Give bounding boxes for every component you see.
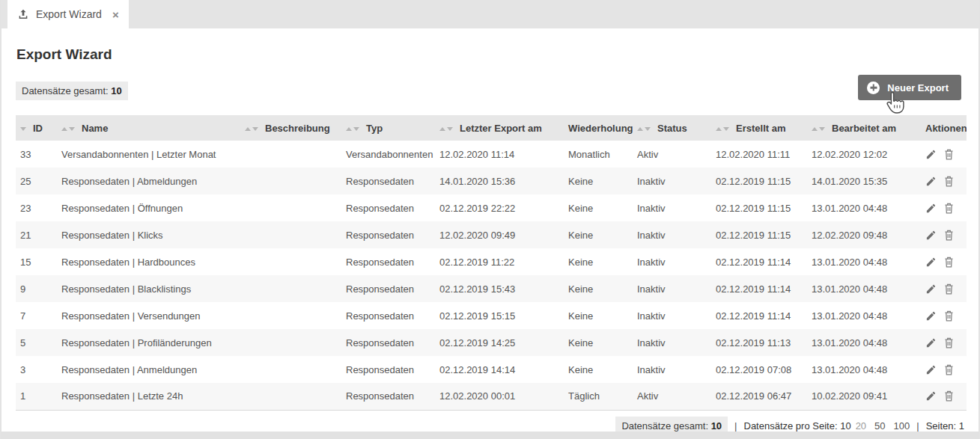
cell-erstellt_am: 02.12.2019 11:14	[711, 275, 807, 302]
table-row: 25Responsedaten | AbmeldungenResponsedat…	[16, 168, 967, 194]
page-size-option-50[interactable]: 50	[874, 420, 885, 432]
column-header-erstellt_am[interactable]: Erstellt am	[711, 115, 807, 141]
column-header-typ[interactable]: Typ	[341, 115, 435, 141]
pencil-icon[interactable]	[925, 203, 937, 214]
column-header-bearbeitet_am[interactable]: Bearbeitet am	[807, 115, 921, 141]
cell-letzter_export_am: 02.12.2019 15:15	[435, 302, 564, 329]
cell-status: Inaktiv	[633, 221, 711, 248]
table-row: 1Responsedaten | Letzte 24hResponsedaten…	[16, 383, 967, 410]
cell-letzter_export_am: 12.02.2020 11:14	[435, 141, 564, 168]
pencil-icon[interactable]	[925, 149, 937, 160]
pencil-icon[interactable]	[925, 230, 937, 241]
column-header-label: Typ	[366, 123, 383, 134]
sort-arrows-icon	[245, 127, 258, 131]
new-export-button[interactable]: Neuer Export	[858, 75, 961, 100]
cell-erstellt_am: 02.12.2019 11:15	[711, 168, 807, 194]
sort-arrows-icon	[812, 127, 825, 131]
pencil-icon[interactable]	[925, 390, 937, 402]
cell-erstellt_am: 02.12.2019 11:15	[711, 221, 807, 248]
cell-letzter_export_am: 02.12.2019 14:14	[435, 356, 564, 383]
cell-bearbeitet_am: 13.01.2020 04:48	[807, 302, 921, 329]
trash-icon[interactable]	[943, 229, 955, 242]
cell-name: Responsedaten | Abmeldungen	[57, 168, 240, 194]
cell-id: 9	[16, 275, 57, 302]
pencil-icon[interactable]	[925, 337, 937, 349]
column-header-label: Name	[82, 123, 108, 134]
cell-aktionen	[921, 141, 967, 168]
column-header-label: Wiederholung	[568, 123, 633, 134]
cell-id: 33	[16, 141, 57, 168]
cell-wiederholung: Keine	[564, 302, 633, 329]
cell-typ: Responsedaten	[341, 248, 435, 275]
cell-beschreibung	[240, 275, 341, 302]
table-row: 33Versandabonnenten | Letzter MonatVersa…	[16, 141, 967, 168]
cell-bearbeitet_am: 12.02.2020 09:48	[807, 221, 921, 248]
footer-records-total-value: 10	[711, 420, 722, 432]
pencil-icon[interactable]	[925, 310, 937, 322]
cell-aktionen	[921, 356, 967, 383]
cell-id: 25	[16, 168, 57, 194]
trash-icon[interactable]	[943, 175, 955, 188]
trash-icon[interactable]	[943, 202, 955, 215]
per-page-current: 10	[840, 420, 850, 432]
cell-letzter_export_am: 02.12.2019 11:22	[435, 248, 564, 275]
cell-aktionen	[921, 194, 967, 221]
pencil-icon[interactable]	[925, 257, 937, 268]
pencil-icon[interactable]	[925, 176, 937, 187]
cell-erstellt_am: 02.12.2019 07:08	[711, 356, 807, 383]
column-header-beschreibung[interactable]: Beschreibung	[240, 115, 341, 141]
column-header-id[interactable]: ID	[16, 115, 57, 141]
column-header-letzter_export_am[interactable]: Letzter Export am	[435, 115, 564, 141]
cell-beschreibung	[240, 356, 341, 383]
records-total-badge: Datensätze gesamt: 10	[16, 82, 128, 100]
cell-id: 23	[16, 194, 57, 221]
cell-beschreibung	[240, 248, 341, 275]
cell-status: Inaktiv	[633, 329, 711, 356]
table-row: 7Responsedaten | VersendungenResponsedat…	[16, 302, 967, 329]
cell-erstellt_am: 02.12.2019 11:15	[711, 194, 807, 221]
cell-erstellt_am: 02.12.2019 11:13	[711, 329, 807, 356]
column-header-status[interactable]: Status	[633, 115, 711, 141]
footer-separator-2: |	[916, 420, 919, 432]
column-header-label: Bearbeitet am	[832, 123, 896, 134]
cell-beschreibung	[240, 329, 341, 356]
cell-letzter_export_am: 02.12.2019 22:22	[435, 194, 564, 221]
cell-aktionen	[921, 248, 967, 275]
trash-icon[interactable]	[943, 337, 955, 349]
cell-beschreibung	[240, 221, 341, 248]
cell-status: Inaktiv	[633, 168, 711, 194]
pages-label: Seiten:	[926, 420, 956, 432]
trash-icon[interactable]	[943, 148, 955, 161]
cell-aktionen	[921, 168, 967, 194]
cell-bearbeitet_am: 13.01.2020 04:48	[807, 194, 921, 221]
trash-icon[interactable]	[943, 363, 955, 376]
cell-wiederholung: Keine	[564, 248, 633, 275]
cell-typ: Responsedaten	[341, 221, 435, 248]
cell-letzter_export_am: 12.02.2020 09:49	[435, 221, 564, 248]
cell-status: Inaktiv	[633, 194, 711, 221]
cell-letzter_export_am: 14.01.2020 15:36	[435, 168, 564, 194]
page-size-option-100[interactable]: 100	[894, 420, 910, 432]
cell-erstellt_am: 02.12.2019 11:14	[711, 302, 807, 329]
column-header-label: Beschreibung	[265, 123, 330, 134]
table-row: 21Responsedaten | KlicksResponsedaten12.…	[16, 221, 967, 248]
cell-wiederholung: Keine	[564, 329, 633, 356]
trash-icon[interactable]	[943, 390, 955, 402]
trash-icon[interactable]	[943, 310, 955, 322]
column-header-name[interactable]: Name	[57, 115, 240, 141]
close-icon[interactable]: ×	[112, 9, 119, 20]
trash-icon[interactable]	[943, 256, 955, 268]
cell-bearbeitet_am: 13.01.2020 04:48	[807, 248, 921, 275]
trash-icon[interactable]	[943, 283, 955, 295]
pencil-icon[interactable]	[925, 364, 937, 375]
page-size-option-20[interactable]: 20	[856, 420, 866, 432]
pencil-icon[interactable]	[925, 283, 937, 295]
cell-id: 21	[16, 221, 57, 248]
column-header-label: Erstellt am	[736, 123, 785, 134]
tab-label: Export Wizard	[36, 8, 102, 20]
column-header-label: ID	[33, 123, 43, 134]
tab-export-wizard[interactable]: Export Wizard ×	[7, 0, 129, 28]
cell-erstellt_am: 02.12.2019 11:14	[711, 248, 807, 275]
pages-value: 1	[959, 420, 964, 432]
cell-aktionen	[921, 221, 967, 248]
